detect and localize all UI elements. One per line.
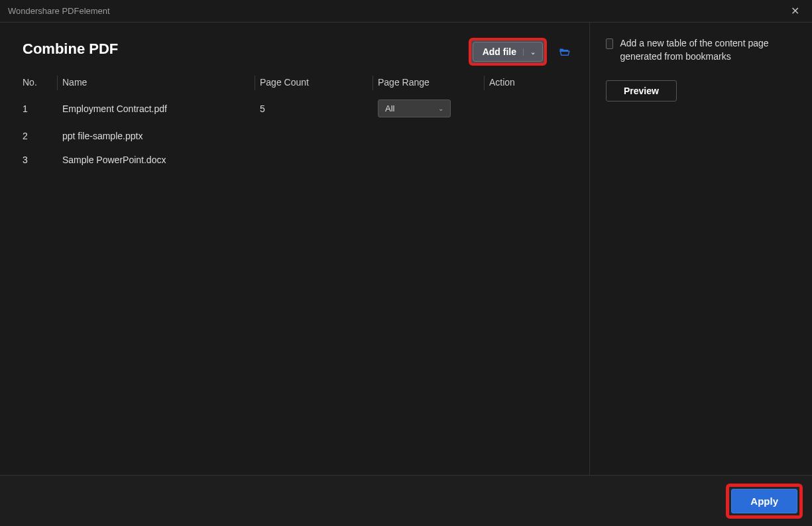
footer: Apply [0,475,812,526]
cell-no: 3 [23,155,62,165]
add-file-label: Add file [483,46,516,57]
toc-checkbox-row[interactable]: Add a new table of the content page gene… [606,37,796,63]
content-area: Combine PDF Add file ⌄ No. Name [0,23,812,475]
cell-name: Employment Contract.pdf [62,103,260,114]
col-header-pagecount: Page Count [260,77,378,88]
app-title: Wondershare PDFelement [8,6,110,16]
col-header-no: No. [23,77,62,88]
open-folder-button[interactable] [559,46,571,58]
header-actions: Add file ⌄ [469,38,571,66]
table-row[interactable]: 2 ppt file-sample.pptx [23,124,577,148]
header-row: Combine PDF Add file ⌄ [23,36,577,68]
table-header: No. Name Page Count Page Range Action [23,72,577,93]
close-icon: ✕ [791,5,799,17]
main-panel: Combine PDF Add file ⌄ No. Name [0,23,590,475]
page-range-value: All [385,103,394,113]
cell-no: 1 [23,103,62,114]
col-header-pagerange: Page Range [378,77,489,88]
cell-no: 2 [23,131,62,141]
close-button[interactable]: ✕ [785,2,804,21]
cell-name: Sample PowerPoint.docx [62,155,260,165]
col-header-action: Action [489,77,555,88]
table-row[interactable]: 1 Employment Contract.pdf 5 All ⌄ [23,93,577,124]
apply-highlight: Apply [726,484,803,519]
table-row[interactable]: 3 Sample PowerPoint.docx [23,148,577,172]
titlebar: Wondershare PDFelement ✕ [0,0,812,23]
add-file-highlight: Add file ⌄ [469,38,547,66]
col-header-name: Name [62,77,260,88]
toc-checkbox-label: Add a new table of the content page gene… [620,37,796,63]
page-title: Combine PDF [23,40,118,58]
chevron-down-icon[interactable]: ⌄ [523,48,537,56]
preview-button[interactable]: Preview [606,80,677,101]
chevron-down-icon: ⌄ [438,105,443,112]
toc-checkbox[interactable] [606,38,613,49]
page-range-select[interactable]: All ⌄ [378,99,451,117]
side-panel: Add a new table of the content page gene… [590,23,812,475]
apply-button[interactable]: Apply [731,489,797,513]
folder-open-icon [559,46,571,58]
cell-pagerange: All ⌄ [378,99,489,117]
cell-pagecount: 5 [260,103,378,114]
cell-name: ppt file-sample.pptx [62,131,260,141]
add-file-button[interactable]: Add file ⌄ [473,42,543,62]
